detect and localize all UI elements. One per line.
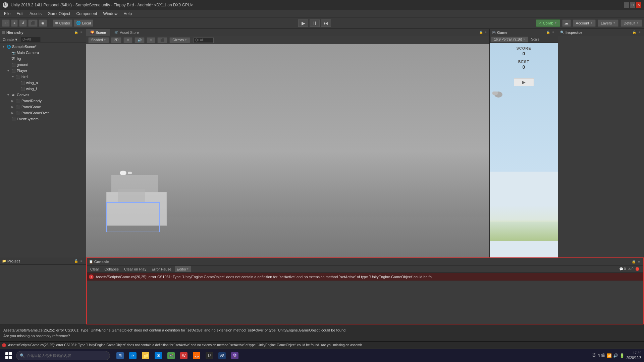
tree-item-bg[interactable]: 🖼 bg	[0, 56, 86, 62]
menu-assets[interactable]: Assets	[27, 10, 44, 17]
panel-ready-icon: ⬛	[16, 99, 21, 103]
menu-file[interactable]: File	[1, 10, 13, 17]
account-button[interactable]: Account ▼	[573, 19, 596, 27]
tree-item-panelgame[interactable]: ▶ ⬛ PanelGame	[0, 104, 86, 110]
taskbar-app9-btn[interactable]: VS	[216, 350, 228, 362]
scene-view[interactable]	[86, 44, 489, 257]
taskview-icon: ⊞	[116, 352, 124, 359]
minimize-button[interactable]: ─	[624, 2, 629, 8]
console-error-pause-btn[interactable]: Error Pause	[150, 266, 173, 272]
shading-mode-btn[interactable]: Shaded ▼	[88, 37, 109, 43]
scene-tab-lock-btn[interactable]: 🔒	[479, 30, 483, 35]
gizmos-btn[interactable]: Gizmos ▼	[169, 37, 190, 43]
volume-icon[interactable]: 🔊	[613, 353, 618, 358]
toolbar-undo-btn[interactable]: ↩	[2, 19, 10, 27]
taskbar-app5-btn[interactable]: 🎮	[165, 350, 177, 362]
menu-window[interactable]: Window	[100, 10, 120, 17]
game-play-button[interactable]: ▶	[514, 78, 534, 86]
console-clear-on-play-btn[interactable]: Clear on Play	[122, 266, 148, 272]
app9-icon: VS	[218, 352, 226, 359]
taskbar-edge-btn[interactable]: e	[127, 350, 139, 362]
console-editor-btn[interactable]: Editor ▼	[175, 266, 191, 272]
tree-item-eventsystem[interactable]: ⬛ EventSystem	[0, 116, 86, 122]
center-button[interactable]: ⊕ Center	[53, 19, 72, 27]
layers-button[interactable]: Layers ▼	[598, 19, 619, 27]
inspector-lock-btn[interactable]: 🔒	[632, 30, 637, 35]
step-button[interactable]: ⏭	[321, 19, 331, 27]
tree-item-wing-n[interactable]: ⬛ wing_n	[0, 80, 86, 86]
taskbar-app7-btn[interactable]: 🦊	[191, 350, 203, 362]
network-icon[interactable]: 📶	[607, 353, 612, 358]
start-button[interactable]	[3, 350, 15, 362]
play-button[interactable]: ▶	[298, 19, 308, 27]
taskbar-search-input[interactable]	[27, 354, 106, 358]
console-lock-btn[interactable]: 🔒	[631, 259, 636, 264]
console-error-entry[interactable]: ! Assets/Scripts/Game.cs(26,25): error C…	[87, 273, 643, 281]
close-button[interactable]: ✕	[636, 2, 641, 8]
taskbar-mail-btn[interactable]: ✉	[152, 350, 164, 362]
sprite-icon: 🖼	[11, 57, 16, 61]
taskbar-app8-btn[interactable]: U	[203, 350, 215, 362]
taskbar-clock[interactable]: 17:39 2020/12/3	[627, 351, 642, 360]
menu-gameobject[interactable]: GameObject	[45, 10, 73, 17]
taskbar-search-box[interactable]: 🔍	[16, 351, 110, 360]
taskbar-app10-btn[interactable]: 🔮	[229, 350, 241, 362]
tree-item-canvas[interactable]: ▼ 🖥 Canvas	[0, 92, 86, 98]
menu-help[interactable]: Help	[121, 10, 135, 17]
collab-button[interactable]: ✓ Collab ▼	[536, 19, 560, 27]
game-menu-btn[interactable]: ≡	[551, 30, 556, 35]
console-menu-btn[interactable]: ≡	[637, 259, 641, 264]
cloud-button[interactable]: ☁	[562, 19, 571, 27]
project-menu-btn[interactable]: ≡	[79, 259, 84, 263]
console-clear-btn[interactable]: Clear	[88, 266, 101, 272]
toolbar-rotate-btn[interactable]: ◉	[39, 19, 47, 27]
2d-mode-btn[interactable]: 2D	[111, 37, 121, 43]
tree-item-samplescene[interactable]: ▼ 🌐 SampleScene*	[0, 44, 86, 50]
toolbar-add-btn[interactable]: +	[11, 19, 18, 27]
taskbar-taskview-btn[interactable]: ⊞	[114, 350, 126, 362]
tree-item-bird[interactable]: ▼ ⬛ bird	[0, 74, 86, 80]
tree-item-maincamera[interactable]: 📷 Main Camera	[0, 50, 86, 56]
console-section: 📁 Project 🔒 ≡ 📋 Console 🔒 ≡	[0, 257, 644, 324]
default-layout-button[interactable]: Default ▼	[621, 19, 642, 27]
local-button[interactable]: 🌐 Local	[74, 19, 93, 27]
toolbar-rect-btn[interactable]: ⬛	[28, 19, 38, 27]
scene-bird-area	[120, 171, 132, 175]
toolbar-refresh-btn[interactable]: ↺	[19, 19, 27, 27]
scene-light-btn[interactable]: ☀	[123, 37, 132, 43]
hierarchy-search-input[interactable]	[21, 37, 41, 42]
inspector-menu-btn[interactable]: ≡	[637, 30, 642, 35]
tree-item-panelready[interactable]: ▶ ⬛ PanelReady	[0, 98, 86, 104]
hierarchy-lock-btn[interactable]: 🔒	[74, 30, 78, 35]
tab-scene[interactable]: 🌄 Scene	[86, 29, 110, 36]
menu-edit[interactable]: Edit	[14, 10, 26, 17]
project-lock-btn[interactable]: 🔒	[74, 259, 78, 263]
scene-tab-menu-btn[interactable]: ≡	[483, 30, 488, 35]
object-icon: ⬛	[11, 63, 16, 67]
tree-item-ground[interactable]: ⬛ ground	[0, 62, 86, 68]
tree-item-player[interactable]: ▼ ⬛ Player	[0, 68, 86, 74]
scene-search-input[interactable]	[194, 38, 214, 43]
scene-fx-btn[interactable]: ✦	[147, 37, 155, 43]
inspector-content	[558, 36, 644, 257]
scene-skybox-btn[interactable]: ⬛	[157, 37, 167, 43]
log-count-badge: 💬 0	[619, 267, 626, 271]
battery-icon: 🔋	[620, 353, 625, 358]
scene-audio-btn[interactable]: 🔊	[135, 37, 145, 43]
game-resolution-btn[interactable]: 16:9 Portrait (9:16) ▼	[491, 37, 528, 43]
game-clouds-layer	[490, 205, 558, 222]
create-dropdown-icon: ▼	[14, 38, 18, 42]
taskbar-explorer-btn[interactable]: 📁	[140, 350, 152, 362]
log-icon: 💬	[619, 267, 623, 271]
menu-component[interactable]: Component	[73, 10, 100, 17]
hierarchy-create-btn[interactable]: Create ▼	[1, 38, 19, 42]
maximize-button[interactable]: □	[630, 2, 635, 8]
tree-item-panelgameover[interactable]: ▶ ⬛ PanelGameOver	[0, 110, 86, 116]
hierarchy-menu-btn[interactable]: ≡	[79, 30, 84, 35]
tab-asset-store[interactable]: 🛒 Asset Store	[110, 29, 143, 36]
taskbar-app6-btn[interactable]: W	[178, 350, 190, 362]
game-lock-btn[interactable]: 🔒	[546, 30, 550, 35]
tree-item-wing-f[interactable]: ⬛ wing_f	[0, 86, 86, 92]
pause-button[interactable]: ⏸	[310, 19, 320, 27]
console-collapse-btn[interactable]: Collapse	[102, 266, 121, 272]
